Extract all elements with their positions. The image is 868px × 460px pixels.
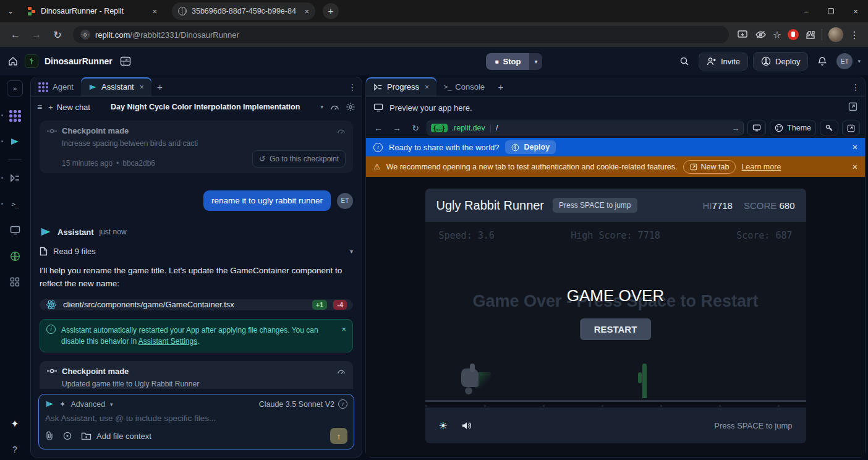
expand-chevron-icon[interactable]: ▾ — [350, 248, 353, 255]
new-chat-button[interactable]: +New chat — [48, 103, 90, 112]
chat-pane-kebab-icon[interactable]: ⋮ — [343, 77, 362, 96]
whats-new-button[interactable]: ✦ — [7, 415, 23, 432]
new-tab-banner-button[interactable]: New tab — [683, 160, 736, 174]
go-to-checkpoint-button[interactable]: ↺ Go to this checkpoint — [252, 150, 346, 168]
improve-prompt-icon[interactable] — [62, 431, 72, 441]
attach-paperclip-icon[interactable] — [45, 431, 54, 441]
invite-button[interactable]: Invite — [699, 53, 748, 70]
tab-progress[interactable]: Progress × — [366, 77, 436, 96]
devtools-button[interactable] — [747, 121, 766, 135]
conversation-chevron-icon[interactable]: ▾ — [320, 104, 323, 110]
advanced-chevron-icon[interactable]: ▾ — [110, 401, 113, 407]
new-pane-tab-button[interactable]: + — [492, 77, 509, 96]
rail-item-console[interactable]: >_ — [7, 196, 23, 212]
rail-item-agent[interactable] — [7, 108, 23, 124]
banner-deploy-button[interactable]: Deploy — [505, 140, 556, 154]
sidebar-toggle-icon[interactable]: » — [7, 80, 23, 96]
rail-item-assistant[interactable] — [7, 134, 23, 150]
close-window-button[interactable]: × — [843, 1, 868, 22]
stop-button[interactable]: ■Stop — [486, 53, 529, 70]
deploy-button[interactable]: Deploy — [753, 52, 808, 70]
rail-item-all-tools[interactable] — [7, 274, 23, 290]
extension-alert-icon[interactable] — [788, 29, 799, 40]
install-app-icon[interactable] — [738, 30, 749, 40]
browser-profile-avatar[interactable] — [828, 27, 843, 42]
model-info-icon[interactable]: i — [338, 399, 347, 409]
help-button[interactable]: ? — [7, 441, 23, 458]
rail-item-deployments[interactable] — [7, 248, 23, 264]
notifications-button[interactable] — [813, 52, 832, 70]
read-files-row[interactable]: Read 9 files ▾ — [40, 247, 353, 256]
stop-dropdown-button[interactable]: ▾ — [529, 53, 542, 70]
preview-pane-kebab-icon[interactable]: ⋮ — [846, 77, 865, 96]
composer-input[interactable] — [45, 414, 347, 423]
search-button[interactable] — [675, 52, 694, 70]
file-change-chip[interactable]: client/src/components/game/GameContainer… — [40, 299, 353, 310]
key-icon — [825, 124, 833, 132]
browser-tab-active[interactable]: DinosaurRunner - Replit × — [21, 2, 163, 20]
layout-icon[interactable] — [120, 56, 131, 66]
open-preview-pane-icon[interactable] — [848, 102, 857, 113]
advanced-label[interactable]: Advanced — [70, 400, 105, 409]
checkpoint-time: 15 minutes ago — [62, 159, 113, 168]
theme-sun-icon[interactable]: ☀ — [439, 420, 448, 432]
minimize-button[interactable]: – — [794, 1, 819, 22]
restart-button[interactable]: RESTART — [580, 318, 652, 340]
send-button[interactable]: ↑ — [330, 428, 347, 444]
tab-close-icon[interactable]: × — [152, 7, 157, 16]
conversation-title[interactable]: Day Night Cycle Color Interpolation Impl… — [96, 103, 315, 111]
chat-messages[interactable]: Checkpoint made Increase spacing between… — [31, 117, 362, 389]
banner-close-icon[interactable]: × — [341, 325, 346, 334]
assistant-settings-link[interactable]: Assistant Settings — [138, 337, 197, 346]
preview-back-icon[interactable]: ← — [371, 123, 386, 133]
extensions-puzzle-icon[interactable] — [805, 30, 815, 40]
reload-icon[interactable]: ↻ — [48, 29, 67, 41]
add-file-context-button[interactable]: Add file context — [81, 432, 151, 441]
tab-agent[interactable]: Agent — [31, 77, 81, 96]
theme-label: Theme — [787, 124, 811, 132]
browser-tab-inactive[interactable]: 35b696d8-88d7-459c-b99e-84 × — [172, 2, 315, 20]
address-bar[interactable]: -o- replit.com/@rabbit2331/DinosaurRunne… — [73, 26, 729, 43]
preview-reload-icon[interactable]: ↻ — [408, 123, 423, 133]
theme-button[interactable]: Theme — [770, 121, 816, 135]
site-settings-icon[interactable]: -o- — [80, 30, 90, 40]
banner-close-icon[interactable]: × — [853, 142, 857, 152]
bookmark-star-icon[interactable]: ☆ — [773, 29, 781, 41]
game-canvas[interactable]: Speed: 3.6 High Score: 7718 Score: 687 G… — [425, 222, 806, 402]
home-icon[interactable] — [7, 56, 19, 67]
learn-more-link[interactable]: Learn more — [741, 163, 781, 171]
eye-off-icon[interactable] — [755, 30, 767, 40]
tab-assistant[interactable]: Assistant × — [81, 77, 151, 96]
rail-item-progress[interactable] — [7, 170, 23, 186]
new-tab-button[interactable]: + — [323, 3, 339, 19]
read-files-label: Read 9 files — [53, 247, 96, 256]
tab-console[interactable]: >_ Console — [436, 77, 492, 96]
browser-menu-kebab-icon[interactable]: ⋮ — [849, 29, 859, 41]
rail-item-webview[interactable] — [7, 222, 23, 238]
open-external-button[interactable] — [842, 121, 860, 135]
preview-url-field[interactable]: {...} .replit.dev | / → — [427, 121, 744, 135]
banner-close-icon[interactable]: × — [853, 162, 857, 172]
maximize-button[interactable] — [819, 1, 843, 22]
model-selector[interactable]: Claude 3.5 Sonnet V2i — [259, 399, 347, 409]
preview-forward-icon[interactable]: → — [389, 123, 404, 133]
usage-gauge-icon[interactable] — [330, 103, 339, 111]
url-go-icon[interactable]: → — [731, 124, 739, 133]
tab-close-icon[interactable]: × — [140, 83, 144, 92]
chat-history-icon[interactable]: ≡ — [37, 102, 42, 112]
tab-close-icon[interactable]: × — [425, 83, 429, 92]
user-avatar[interactable]: ET — [836, 53, 853, 69]
sound-icon[interactable] — [461, 421, 472, 430]
back-icon[interactable]: ← — [6, 29, 25, 40]
newtab-banner-text: We recommend opening a new tab to test a… — [386, 163, 678, 171]
settings-gear-icon[interactable] — [346, 102, 355, 112]
tab-close-icon[interactable]: × — [304, 7, 309, 16]
preview-hint-text: Preview your app here. — [389, 103, 472, 113]
keys-button[interactable] — [820, 121, 838, 135]
forward-icon[interactable]: → — [27, 29, 46, 40]
tab-search-chevron-icon[interactable]: ⌄ — [0, 7, 21, 15]
composer[interactable]: ✦ Advanced ▾ Claude 3.5 Sonnet V2i Add f… — [38, 394, 354, 449]
app-icon[interactable] — [25, 54, 38, 68]
account-chevron-icon[interactable]: ▾ — [857, 58, 861, 64]
new-pane-tab-button[interactable]: + — [151, 77, 169, 96]
